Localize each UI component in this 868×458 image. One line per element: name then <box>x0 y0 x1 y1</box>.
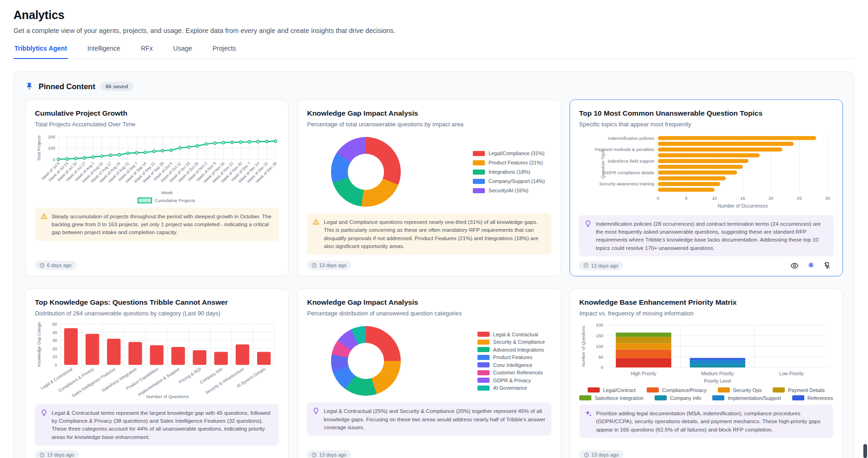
tab-projects[interactable]: Projects <box>212 45 237 59</box>
tab-intelligence[interactable]: Intelligence <box>86 45 121 59</box>
svg-text:Priority Level: Priority Level <box>704 379 731 384</box>
card-top-10-unanswerable-topics[interactable]: Top 10 Most Common Unanswerable Question… <box>570 99 843 276</box>
unpin-button[interactable] <box>822 261 832 270</box>
legend-label: Company Info <box>670 395 701 401</box>
insight-text: Steady accumulation of projects througho… <box>52 212 273 236</box>
svg-text:200: 200 <box>596 323 603 328</box>
svg-text:30: 30 <box>52 339 57 343</box>
lightbulb-icon <box>40 409 47 441</box>
insight-box: Legal & Contractual terms represent the … <box>35 404 279 445</box>
timestamp-text: 13 days ago <box>591 452 619 458</box>
legend-swatch <box>477 355 490 360</box>
legend-item: Legal/Compliance (31%) <box>473 150 545 156</box>
legend-swatch <box>473 151 485 156</box>
timestamp-text: 6 days ago <box>47 262 72 268</box>
legend-swatch <box>477 347 490 352</box>
card-cumulative-project-growth[interactable]: Cumulative Project Growth Total Projects… <box>25 99 289 276</box>
svg-text:Sales Intelligence Features: Sales Intelligence Features <box>71 367 116 399</box>
timestamp-badge: 13 days ago <box>579 450 623 458</box>
legend-swatch <box>473 160 485 165</box>
legend-item: Compliance/Privacy <box>647 387 706 393</box>
pin-icon <box>25 82 33 91</box>
card-footer: 13 days ago <box>307 445 551 458</box>
view-button[interactable] <box>789 261 800 270</box>
tab-rfx[interactable]: RFx <box>140 45 154 59</box>
svg-text:0: 0 <box>657 195 659 200</box>
svg-text:40: 40 <box>52 330 57 335</box>
insight-box: Legal & Contractual (25%) and Security &… <box>307 402 551 436</box>
card-top-knowledge-gaps[interactable]: Top Knowledge Gaps: Questions Tribble Ca… <box>25 288 289 458</box>
timestamp-badge: 13 days ago <box>307 261 351 270</box>
donut-chart: Legal/Compliance (31%)Product Features (… <box>307 132 551 209</box>
legend-item: Legal/Contract <box>588 387 636 393</box>
card-subtitle: Percentage of total unanswerable questio… <box>307 121 551 128</box>
legend-swatch <box>579 395 591 400</box>
insight-text: Legal & Contractual (25%) and Security &… <box>324 407 545 431</box>
svg-text:Cumulative Projects: Cumulative Projects <box>155 198 195 203</box>
legend-item: Product Features <box>477 354 545 360</box>
svg-text:10: 10 <box>712 195 717 200</box>
svg-text:Number of Questions: Number of Questions <box>146 394 189 399</box>
legend-label: Conv Intelligence <box>493 362 532 368</box>
legend-swatch <box>712 395 724 400</box>
card-knowledge-gap-impact-analysis[interactable]: Knowledge Gap Impact Analysis Percentage… <box>297 99 561 276</box>
legend-item: Payment Details <box>773 387 825 393</box>
line-chart: 0100200Week of Jul 6Week of Jul 13Week o… <box>35 132 279 204</box>
svg-text:Low Priority: Low Priority <box>779 372 804 377</box>
svg-text:0: 0 <box>55 363 57 367</box>
legend-swatch <box>473 179 485 184</box>
legend-label: GDPR & Privacy <box>493 378 531 383</box>
stacked-bar-chart: 050100150200High PriorityMedium Priority… <box>579 321 833 401</box>
legend-swatch <box>477 370 490 375</box>
legend-label: Legal/Contract <box>603 387 636 393</box>
legend-item: Company Info <box>655 395 701 401</box>
legend-label: AI Governance <box>493 385 527 391</box>
clock-icon <box>583 263 589 268</box>
card-subtitle: Percentage distribution of unanswered qu… <box>307 310 551 317</box>
svg-text:Implementation & Support: Implementation & Support <box>137 367 180 398</box>
card-title: Top Knowledge Gaps: Questions Tribble Ca… <box>35 298 279 307</box>
svg-text:Security & Infrastructure: Security & Infrastructure <box>205 367 245 395</box>
tab-usage[interactable]: Usage <box>172 45 193 59</box>
legend-label: Customer References <box>493 370 543 375</box>
legend-swatch <box>773 387 785 393</box>
svg-text:100: 100 <box>48 146 55 150</box>
svg-text:30: 30 <box>825 195 830 200</box>
insight-text: Legal & Contractual terms represent the … <box>52 409 273 441</box>
svg-text:Salesforce Integration: Salesforce Integration <box>101 367 138 393</box>
svg-text:25: 25 <box>797 195 802 200</box>
donut-legend: Legal/Compliance (31%)Product Features (… <box>473 150 545 193</box>
card-title: Knowledge Base Enhancement Priority Matr… <box>579 298 833 307</box>
card-subtitle: Distribution of 264 unanswerable questio… <box>35 310 279 317</box>
clock-icon <box>40 452 45 458</box>
card-footer: 6 days ago <box>35 256 279 270</box>
stacked-bar-legend: Legal/ContractCompliance/PrivacySecurity… <box>579 387 833 401</box>
brand-button[interactable]: ❋ <box>807 261 815 270</box>
svg-text:High Priority: High Priority <box>631 372 657 377</box>
card-footer: 13 days ago <box>307 256 551 270</box>
donut-legend: Legal & ContractualSecurity & Compliance… <box>477 332 545 391</box>
hbar-chart: 051015202530Indemnification policiesPaym… <box>579 132 833 211</box>
bar-chart: 01020304050Legal & ContractualCompliance… <box>35 321 279 400</box>
legend-item: AI Governance <box>477 385 545 391</box>
card-subtitle: Specific topics that appear most frequen… <box>579 121 833 128</box>
timestamp-text: 13 days ago <box>319 452 346 458</box>
tab-tribblytics-agent[interactable]: Tribblytics Agent <box>13 45 68 59</box>
tab-bar: Tribblytics Agent Intelligence RFx Usage… <box>13 45 855 59</box>
legend-swatch <box>477 362 490 367</box>
scrollbar-thumb[interactable] <box>863 444 867 458</box>
card-knowledge-gap-impact-analysis-2[interactable]: Knowledge Gap Impact Analysis Percentage… <box>297 288 561 458</box>
legend-item: Security & Compliance <box>477 339 545 345</box>
svg-text:20: 20 <box>769 195 774 200</box>
svg-text:Security awareness training: Security awareness training <box>599 181 654 186</box>
lightbulb-icon <box>312 407 319 431</box>
legend-swatch <box>718 387 730 393</box>
legend-swatch <box>655 395 667 400</box>
card-kb-enhancement-priority-matrix[interactable]: Knowledge Base Enhancement Priority Matr… <box>570 288 843 458</box>
svg-text:50: 50 <box>598 354 603 360</box>
legend-row: Legal/ContractCompliance/PrivacySecurity… <box>579 387 833 393</box>
svg-text:150: 150 <box>596 334 603 339</box>
legend-swatch <box>588 387 600 393</box>
legend-item: Security/AI (16%) <box>473 188 545 193</box>
warning-triangle-icon <box>40 213 47 236</box>
